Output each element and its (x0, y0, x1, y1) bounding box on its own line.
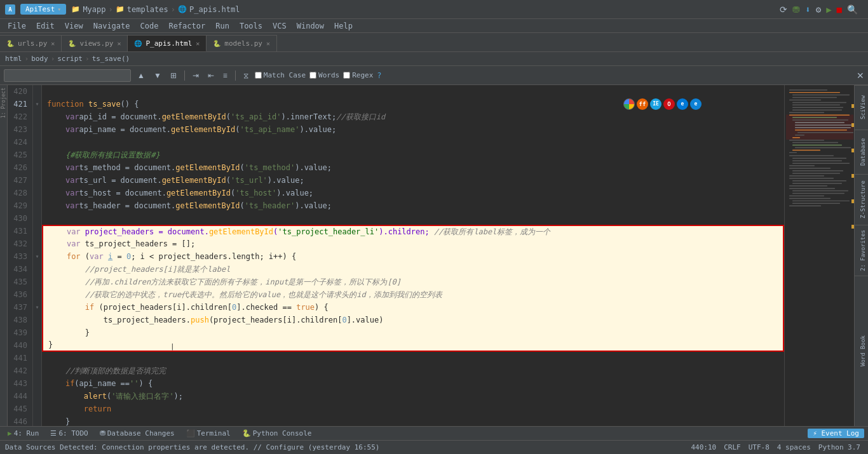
ln-439: 439 (8, 326, 32, 339)
find-indent2-button[interactable]: ⇤ (205, 70, 217, 81)
menu-edit[interactable]: Edit (31, 20, 60, 32)
code-editor[interactable]: function ts_save () { ff IE O e e var ap… (42, 85, 784, 426)
close-tab-views[interactable]: ✕ (117, 40, 121, 47)
menu-help[interactable]: Help (329, 20, 358, 32)
menu-refactor[interactable]: Refactor (163, 20, 210, 32)
sidebar-favorites[interactable]: 2: Favorites (855, 225, 868, 276)
code-line-444: alert ( '请输入接口名字' ); (42, 390, 784, 403)
find-prev-button[interactable]: ▲ (135, 70, 147, 81)
close-tab-urls[interactable]: ✕ (51, 40, 55, 47)
code-line-429: var ts_header = document. getElementById… (42, 199, 784, 212)
match-case-label[interactable]: Match Case (255, 71, 306, 79)
find-filter-button[interactable]: ⧖ (241, 70, 251, 81)
code-line-422: var api_id = document. getElementById ( … (42, 110, 784, 123)
sidebar-word-book[interactable]: Word Book (855, 276, 868, 426)
opera-icon[interactable]: O (663, 98, 675, 110)
minimap (784, 85, 854, 426)
indent-setting[interactable]: 4 spaces (775, 443, 813, 451)
firefox-icon[interactable]: ff (637, 98, 648, 110)
tab-urls-py[interactable]: 🐍 urls.py ✕ (0, 35, 62, 51)
terminal-panel[interactable]: ⬛ Terminal (182, 429, 234, 437)
edge2-icon[interactable]: e (690, 98, 702, 110)
ln-425: 425 (8, 149, 32, 161)
menu-navigate[interactable]: Navigate (88, 20, 135, 32)
menu-tools[interactable]: Tools (234, 20, 268, 32)
regex-label[interactable]: Regex (343, 71, 373, 79)
chrome-icon[interactable] (623, 98, 635, 110)
find-indent-button[interactable]: ⇥ (190, 70, 201, 81)
sidebar-z-structure[interactable]: Z-Structure (855, 174, 868, 225)
find-next-button[interactable]: ▼ (151, 70, 164, 81)
svg-rect-18 (795, 130, 847, 130)
menu-code[interactable]: Code (135, 20, 164, 32)
menu-file[interactable]: File (3, 20, 31, 32)
code-line-439: } (42, 326, 784, 339)
breadcrumb-html[interactable]: html (5, 55, 22, 63)
encoding[interactable]: UTF-8 (746, 443, 772, 451)
svg-rect-48 (789, 206, 821, 206)
search-icon[interactable]: 🔍 (847, 4, 858, 15)
minimap-marker-5 (851, 199, 854, 203)
regex-help[interactable]: ? (377, 71, 381, 80)
ln-441: 441 (8, 352, 32, 364)
tab-bar: 🐍 urls.py ✕ 🐍 views.py ✕ 🌐 P_apis.html ✕… (0, 33, 868, 52)
menu-run[interactable]: Run (210, 20, 234, 32)
breadcrumb-body[interactable]: body (31, 55, 48, 63)
words-checkbox[interactable] (309, 72, 316, 79)
svg-rect-44 (789, 196, 824, 196)
regex-checkbox[interactable] (343, 72, 350, 79)
refresh-icon[interactable]: ⟳ (780, 4, 787, 15)
edge-icon[interactable]: e (677, 98, 688, 110)
svg-rect-42 (792, 190, 848, 191)
svg-rect-28 (789, 156, 834, 156)
match-case-checkbox[interactable] (255, 72, 262, 79)
python-console-panel[interactable]: 🐍 Python Console (238, 429, 316, 437)
code-line-438: ts_project_headers.push(project_headers[… (42, 314, 784, 326)
sidebar-database[interactable]: Database (855, 130, 868, 174)
svg-rect-14 (792, 119, 848, 120)
words-label[interactable]: Words (309, 71, 339, 79)
line-ending[interactable]: CRLF (721, 443, 743, 451)
config-icon[interactable]: ⚙ (816, 4, 821, 15)
run-panel[interactable]: ▶ 4: Run (4, 429, 43, 437)
fold-421[interactable]: ▾ (33, 98, 41, 110)
tab-views-py[interactable]: 🐍 views.py ✕ (62, 35, 128, 51)
minimap-marker-6 (851, 225, 854, 229)
close-tab-models[interactable]: ✕ (266, 40, 270, 47)
db-icon[interactable]: ⛃ (792, 4, 800, 15)
fold-433[interactable]: ▾ (33, 250, 41, 263)
cursor-position[interactable]: 440:10 (688, 443, 719, 451)
tab-models-py[interactable]: 🐍 models.py ✕ (207, 35, 277, 51)
ie-icon[interactable]: IE (650, 98, 661, 110)
todo-panel[interactable]: ☰ 6: TODO (46, 429, 92, 437)
breadcrumb-script[interactable]: script (57, 55, 83, 63)
breadcrumb-ts-save[interactable]: ts_save() (92, 55, 130, 63)
tab-p-apis-html[interactable]: 🌐 P_apis.html ✕ (128, 35, 207, 51)
find-lines-button[interactable]: ≡ (220, 70, 230, 81)
svg-rect-31 (792, 163, 850, 163)
menu-window[interactable]: Window (292, 20, 329, 32)
title-bar: A ApiTest ▾ 📁 Myapp › 📁 templates › 🌐 P_… (0, 0, 868, 19)
close-find-button[interactable]: ✕ (857, 70, 864, 81)
event-log-button[interactable]: ⚡ Event Log (808, 429, 864, 438)
fold-437[interactable]: ▾ (33, 301, 41, 314)
find-input[interactable] (4, 69, 131, 82)
svg-rect-22 (789, 140, 824, 140)
stop-icon[interactable]: ■ (837, 4, 842, 15)
play-icon[interactable]: ▶ (826, 4, 831, 15)
db-changes-panel[interactable]: ⛃ Database Changes (96, 429, 179, 437)
svg-rect-39 (792, 183, 842, 184)
app-name-label[interactable]: ApiTest ▾ (20, 4, 66, 15)
language-version[interactable]: Python 3.7 (816, 443, 863, 451)
ln-437: 437 (8, 301, 32, 314)
sidebar-sciview[interactable]: SciView (855, 85, 868, 130)
svg-rect-23 (792, 142, 838, 143)
download-icon[interactable]: ⬇ (805, 4, 810, 15)
menu-vcs[interactable]: VCS (268, 20, 292, 32)
code-line-435: //再加.children方法来获取它下面的所有子标签，input是第一个子标签… (42, 276, 784, 288)
menu-view[interactable]: View (60, 20, 88, 32)
close-tab-p-apis[interactable]: ✕ (196, 40, 200, 47)
svg-rect-8 (792, 107, 843, 108)
ln-434: 434 (8, 263, 32, 276)
find-case-button[interactable]: ⊞ (168, 70, 179, 81)
